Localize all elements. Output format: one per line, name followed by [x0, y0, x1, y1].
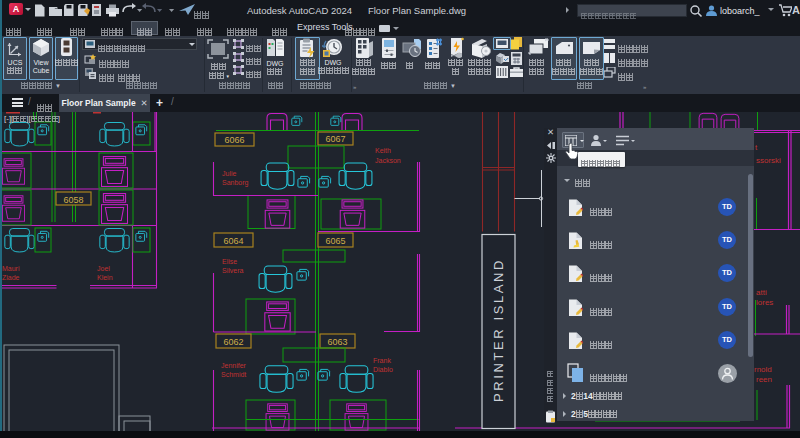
svg-text:Julie: Julie	[222, 170, 237, 177]
svg-text:Keith: Keith	[375, 147, 391, 154]
svg-text:Joel: Joel	[97, 265, 110, 272]
svg-text:Mauri: Mauri	[2, 265, 20, 272]
svg-text:PRINTER ISLAND: PRINTER ISLAND	[491, 258, 506, 402]
svg-text:6062: 6062	[223, 337, 243, 347]
svg-text:6066: 6066	[224, 135, 244, 145]
svg-text:Frank: Frank	[373, 357, 391, 364]
svg-text:Silvera: Silvera	[222, 267, 244, 274]
svg-text:ssorski: ssorski	[756, 156, 781, 165]
svg-text:6064: 6064	[223, 236, 243, 246]
svg-text:6065: 6065	[325, 236, 345, 246]
svg-text:reen: reen	[756, 375, 772, 384]
svg-text:Jackson: Jackson	[375, 157, 401, 164]
svg-text:Ziade: Ziade	[2, 274, 20, 281]
svg-text:Elise: Elise	[222, 258, 237, 265]
svg-text:6063: 6063	[327, 337, 347, 347]
svg-text:Schmidt: Schmidt	[221, 371, 246, 378]
svg-text:Jennifer: Jennifer	[221, 362, 247, 369]
svg-text:lores: lores	[756, 298, 773, 307]
svg-text:rnold: rnold	[754, 365, 772, 374]
svg-text:atti: atti	[756, 288, 767, 297]
svg-text:6058: 6058	[63, 195, 83, 205]
svg-text:Diablo: Diablo	[373, 366, 393, 373]
svg-text:Klein: Klein	[97, 274, 113, 281]
svg-text:6067: 6067	[325, 134, 345, 144]
svg-text:Sanborg: Sanborg	[222, 179, 249, 187]
